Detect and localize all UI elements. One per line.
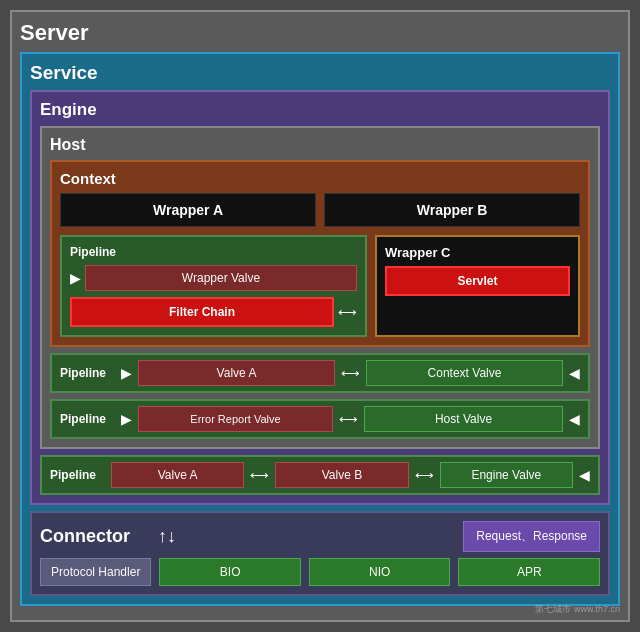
- servlet-box: Servlet: [385, 266, 570, 296]
- bidirectional-arrow-icon: ⟷: [338, 305, 357, 320]
- engine-valve-b-box: Valve B: [275, 462, 408, 488]
- nio-box: NIO: [309, 558, 451, 586]
- engine-valve-box: Engine Valve: [440, 462, 573, 488]
- host-container: Host Context Wrapper A Wrapper B Pipelin…: [40, 126, 600, 449]
- wrapper-a-box: Wrapper A: [60, 193, 316, 227]
- pipeline-inner-label: Pipeline: [70, 245, 357, 259]
- valve-a-box: Valve A: [138, 360, 335, 386]
- context-container: Context Wrapper A Wrapper B Pipeline ▶ W…: [50, 160, 590, 347]
- service-title: Service: [30, 62, 610, 84]
- error-valve-label: Error Report Valve: [190, 413, 280, 425]
- wrapper-valve-row: ▶ Wrapper Valve: [70, 265, 357, 291]
- request-response-box: Request、Response: [463, 521, 600, 552]
- dbl-arrow-icon-1: ⟷: [341, 366, 360, 381]
- pipeline-engine-row: Pipeline Valve A ⟷ Valve B ⟷ Engine Valv…: [40, 455, 600, 495]
- pipeline-host-label: Pipeline: [60, 412, 115, 426]
- pipeline-context-row: Pipeline ▶ Valve A ⟷ Context Valve ◀: [50, 353, 590, 393]
- arrow-icon-4: ◀: [569, 411, 580, 427]
- pipeline-engine-label: Pipeline: [50, 468, 105, 482]
- arrow-icon-3: ▶: [121, 411, 132, 427]
- context-main-row: Pipeline ▶ Wrapper Valve Filter Chain ⟷: [60, 235, 580, 337]
- error-valve-box: Error Report Valve: [138, 406, 333, 432]
- connector-bottom-row: Protocol Handler BIO NIO APR: [40, 558, 600, 586]
- bio-box: BIO: [159, 558, 301, 586]
- pipeline-context-label: Pipeline: [60, 366, 115, 380]
- server-title: Server: [20, 20, 620, 46]
- engine-container: Engine Host Context Wrapper A Wrapper B …: [30, 90, 610, 505]
- arrow-icon-1: ▶: [121, 365, 132, 381]
- wrapper-c-area: Wrapper C Servlet: [375, 235, 580, 337]
- arrow-right-icon: ▶: [70, 270, 81, 286]
- connector-container: Connector ↑↓ Request、Response Protocol H…: [30, 511, 610, 596]
- wrapper-c-label: Wrapper C: [385, 245, 570, 260]
- service-container: Service Engine Host Context Wrapper A Wr…: [20, 52, 620, 606]
- engine-title: Engine: [40, 100, 600, 120]
- host-title: Host: [50, 136, 590, 154]
- up-arrow-icon: ↑↓: [158, 526, 176, 547]
- host-valve-box: Host Valve: [364, 406, 563, 432]
- arrow-icon-2: ◀: [569, 365, 580, 381]
- wrapper-valve-box: Wrapper Valve: [85, 265, 357, 291]
- context-valve-box: Context Valve: [366, 360, 563, 386]
- wrapper-c-container: Wrapper C Servlet: [375, 235, 580, 337]
- watermark: 第七城市 www.th7.cn: [535, 603, 620, 616]
- dbl-arrow-icon-2: ⟷: [339, 412, 358, 427]
- dbl-arrow-icon-3: ⟷: [250, 468, 269, 483]
- protocol-handler-box: Protocol Handler: [40, 558, 151, 586]
- dbl-arrow-icon-4: ⟷: [415, 468, 434, 483]
- filter-chain-row: Filter Chain ⟷: [70, 297, 357, 327]
- connector-title: Connector: [40, 526, 130, 547]
- connector-top-row: Connector ↑↓ Request、Response: [40, 521, 600, 552]
- filter-chain-box: Filter Chain: [70, 297, 334, 327]
- pipeline-host-row: Pipeline ▶ Error Report Valve ⟷ Host Val…: [50, 399, 590, 439]
- apr-box: APR: [458, 558, 600, 586]
- context-top-row: Wrapper A Wrapper B: [60, 193, 580, 227]
- pipeline-inner-container: Pipeline ▶ Wrapper Valve Filter Chain ⟷: [60, 235, 367, 337]
- server-container: Server Service Engine Host Context Wrapp…: [10, 10, 630, 622]
- context-title: Context: [60, 170, 580, 187]
- wrapper-b-box: Wrapper B: [324, 193, 580, 227]
- engine-valve-a-box: Valve A: [111, 462, 244, 488]
- arrow-icon-5: ◀: [579, 467, 590, 483]
